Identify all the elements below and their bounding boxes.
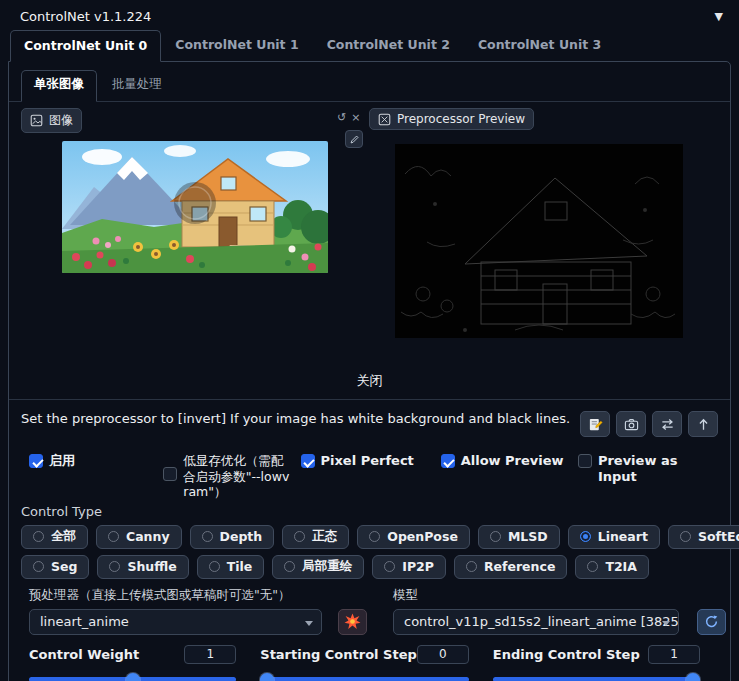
image-mini-toolbar: ↺ × xyxy=(337,112,360,123)
control-type-mlsd[interactable]: MLSD xyxy=(478,525,560,549)
checkbox-checked-icon xyxy=(441,454,455,468)
control-type-shuffle[interactable]: Shuffle xyxy=(97,555,188,579)
model-column: 模型 control_v11p_sd15s2_lineart_anime [38… xyxy=(393,587,726,635)
preprocessor-column: 预处理器（直接上传模式图或草稿时可选"无"） lineart_anime xyxy=(29,587,367,635)
arrow-up-icon xyxy=(696,417,711,432)
preprocessor-preview-label: Preprocessor Preview xyxy=(397,112,525,126)
control-type-seg[interactable]: Seg xyxy=(21,555,89,579)
control-type-row-2: Seg Shuffle Tile 局部重绘 IP2P Reference T2I… xyxy=(21,555,718,579)
radio-icon xyxy=(680,531,691,542)
radio-icon xyxy=(109,561,120,572)
radio-icon xyxy=(587,561,598,572)
media-row: 图像 ↺ × xyxy=(21,102,718,340)
control-type-lineart[interactable]: Lineart xyxy=(568,525,660,549)
note-row: Set the preprocessor to [invert] If your… xyxy=(21,400,718,437)
tab-batch[interactable]: 批量处理 xyxy=(99,70,175,101)
preview-as-input-checkbox[interactable]: Preview as Input xyxy=(578,453,718,500)
preview-image-icon xyxy=(378,113,391,126)
send-dimensions-button[interactable] xyxy=(688,411,718,437)
uploaded-landscape-image xyxy=(62,141,328,273)
radio-icon xyxy=(294,531,305,542)
allow-preview-checkbox[interactable]: Allow Preview xyxy=(441,453,578,500)
tab-single-image[interactable]: 单张图像 xyxy=(21,70,97,102)
open-new-canvas-button[interactable] xyxy=(580,411,610,437)
starting-step-track[interactable] xyxy=(260,672,468,681)
radio-selected-icon xyxy=(580,531,591,542)
lineart-preview xyxy=(395,144,683,338)
control-type-normal[interactable]: 正态 xyxy=(282,525,349,549)
input-image-column: 图像 ↺ × xyxy=(21,108,369,340)
control-type-softedge[interactable]: SoftEdge xyxy=(668,525,739,549)
control-type-row-1: 全部 Canny Depth 正态 OpenPose MLSD Lineart … xyxy=(21,525,718,549)
control-type-canny[interactable]: Canny xyxy=(96,525,182,549)
control-weight-input[interactable]: 1 xyxy=(184,645,236,664)
control-type-depth[interactable]: Depth xyxy=(190,525,275,549)
image-label: 图像 xyxy=(49,112,73,129)
lowvram-label: 低显存优化（需配合启动参数"--lowvram"） xyxy=(183,453,291,500)
image-icon xyxy=(30,114,43,127)
refresh-icon xyxy=(704,614,719,629)
explosion-icon xyxy=(344,613,361,630)
close-preview-button[interactable]: 关闭 xyxy=(357,373,383,388)
accordion-header[interactable]: ControlNet v1.1.224 ▼ xyxy=(0,0,739,29)
chevron-down-icon[interactable]: ▼ xyxy=(715,10,723,23)
pixel-perfect-checkbox[interactable]: Pixel Perfect xyxy=(301,453,441,500)
model-dropdown[interactable]: control_v11p_sd15s2_lineart_anime [3825e… xyxy=(393,609,679,635)
preprocessor-dropdown[interactable]: lineart_anime xyxy=(29,609,322,635)
control-type-inpaint[interactable]: 局部重绘 xyxy=(272,555,364,579)
panel-title: ControlNet v1.1.224 xyxy=(20,9,151,24)
radio-icon xyxy=(284,561,295,572)
control-type-all[interactable]: 全部 xyxy=(21,525,88,549)
image-label-chip: 图像 xyxy=(21,108,82,133)
radio-icon xyxy=(33,561,44,572)
ending-step-input[interactable]: 1 xyxy=(648,645,700,664)
unit-tab-bar: ControlNet Unit 0 ControlNet Unit 1 Cont… xyxy=(0,29,739,61)
preprocessor-preview-chip: Preprocessor Preview xyxy=(369,108,534,130)
close-row: 关闭 xyxy=(9,340,730,400)
control-type-reference[interactable]: Reference xyxy=(454,555,567,579)
starting-step-input[interactable]: 0 xyxy=(417,645,469,664)
tab-controlnet-unit-3[interactable]: ControlNet Unit 3 xyxy=(464,29,615,61)
webcam-button[interactable] xyxy=(616,411,646,437)
control-type-label: Control Type xyxy=(21,504,718,519)
checkbox-unchecked-icon xyxy=(163,467,177,481)
input-image[interactable] xyxy=(62,141,328,273)
radio-icon xyxy=(209,561,220,572)
ending-step-label: Ending Control Step xyxy=(493,647,640,662)
undo-icon[interactable]: ↺ xyxy=(337,112,346,123)
edit-image-button[interactable] xyxy=(345,130,363,148)
control-type-openpose[interactable]: OpenPose xyxy=(357,525,470,549)
model-value: control_v11p_sd15s2_lineart_anime [3825e… xyxy=(404,614,679,629)
refresh-models-button[interactable] xyxy=(697,609,726,635)
module-model-row: 预处理器（直接上传模式图或草稿时可选"无"） lineart_anime 模型 … xyxy=(29,587,718,635)
tab-controlnet-unit-0[interactable]: ControlNet Unit 0 xyxy=(10,30,161,62)
control-weight-track[interactable] xyxy=(29,672,236,681)
tab-controlnet-unit-2[interactable]: ControlNet Unit 2 xyxy=(313,29,464,61)
tab-controlnet-unit-1[interactable]: ControlNet Unit 1 xyxy=(161,29,312,61)
invert-hint-text: Set the preprocessor to [invert] If your… xyxy=(21,409,570,426)
mirror-webcam-button[interactable] xyxy=(652,411,682,437)
canvas-toolbar xyxy=(580,409,718,437)
lowvram-checkbox[interactable]: 低显存优化（需配合启动参数"--lowvram"） xyxy=(163,453,300,500)
run-preprocessor-button[interactable] xyxy=(338,609,367,635)
enable-checkbox[interactable]: 启用 xyxy=(29,453,163,500)
controlnet-extension-panel: ControlNet v1.1.224 ▼ ControlNet Unit 0 … xyxy=(0,0,739,681)
preprocessor-preview-image[interactable] xyxy=(395,144,683,338)
slider-track xyxy=(260,677,468,681)
slider-track xyxy=(493,677,700,681)
ending-step-track[interactable] xyxy=(493,672,700,681)
control-type-ip2p[interactable]: IP2P xyxy=(372,555,446,579)
pixel-perfect-label: Pixel Perfect xyxy=(321,453,414,469)
preprocessor-label: 预处理器（直接上传模式图或草稿时可选"无"） xyxy=(29,587,367,604)
control-type-tile[interactable]: Tile xyxy=(197,555,265,579)
radio-icon xyxy=(466,561,477,572)
slider-handle[interactable] xyxy=(260,673,274,681)
control-type-t2ia[interactable]: T2IA xyxy=(575,555,649,579)
slider-handle[interactable] xyxy=(126,673,140,681)
unit-panel: 单张图像 批量处理 图像 ↺ × xyxy=(8,61,731,681)
camera-icon xyxy=(624,417,639,432)
clear-image-icon[interactable]: × xyxy=(351,112,360,123)
slider-row: Control Weight 1 Starting Control Step 0 xyxy=(29,645,718,681)
starting-step-label: Starting Control Step xyxy=(260,647,416,662)
slider-handle[interactable] xyxy=(686,673,700,681)
